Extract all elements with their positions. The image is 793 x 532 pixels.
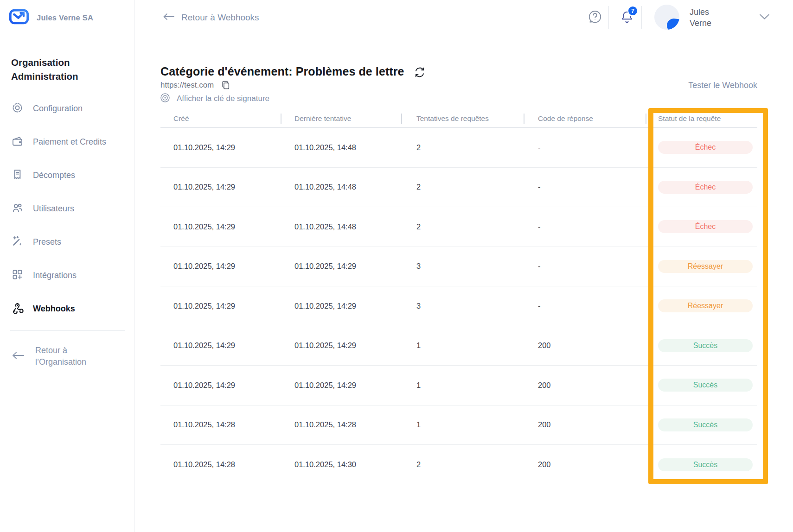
avatar-leaf-shape <box>666 18 679 30</box>
refresh-icon[interactable] <box>413 65 427 79</box>
status-badge: Succès <box>658 379 753 392</box>
column-header-response-code: Code de réponse <box>524 114 646 123</box>
webhook-attempts-table: Créé Dernière tentative Tentatives de re… <box>160 107 757 485</box>
cell-last-attempt: 01.10.2025, 14:29 <box>281 326 401 366</box>
cell-last-attempt: 01.10.2025, 14:48 <box>281 128 401 167</box>
receipt-icon <box>11 168 24 183</box>
sidebar-item-label: Décomptes <box>33 171 75 180</box>
page-title: Catégorie d'événement: Problèmes de lett… <box>160 65 404 78</box>
status-badge: Réessayer <box>658 260 753 273</box>
table-header-row: Créé Dernière tentative Tentatives de re… <box>160 107 757 128</box>
status-badge: Réessayer <box>658 299 753 312</box>
cell-created: 01.10.2025, 14:28 <box>160 445 281 485</box>
sidebar-divider <box>10 330 125 331</box>
cell-status: Échec <box>646 128 757 167</box>
status-badge: Échec <box>658 220 753 233</box>
cell-last-attempt: 01.10.2025, 14:48 <box>281 207 401 247</box>
eye-circle-icon <box>160 92 171 105</box>
sidebar-item-label: Utilisateurs <box>33 204 74 214</box>
cell-status: Échec <box>646 207 757 247</box>
topbar-divider <box>641 6 642 29</box>
table-row[interactable]: 01.10.2025, 14:29 01.10.2025, 14:48 2 - … <box>160 168 757 208</box>
cell-last-attempt: 01.10.2025, 14:48 <box>281 168 401 207</box>
status-badge: Succès <box>658 418 753 431</box>
cell-created: 01.10.2025, 14:28 <box>160 405 281 445</box>
brand-name: Jules Verne SA <box>37 13 93 22</box>
back-to-organisation-link[interactable]: Retour à l’Organisation <box>11 345 105 368</box>
sidebar-item-configuration[interactable]: Configuration <box>0 92 134 125</box>
sidebar-item-label: Configuration <box>33 104 83 114</box>
column-header-status: Statut de la requête <box>646 114 757 123</box>
user-last-name: Verne <box>690 18 711 29</box>
cell-attempts: 1 <box>401 326 524 366</box>
column-header-attempts: Tentatives de requêtes <box>401 114 524 123</box>
avatar[interactable] <box>654 5 679 30</box>
cell-response-code: - <box>524 168 646 207</box>
cell-response-code: 200 <box>524 445 646 485</box>
test-webhook-link[interactable]: Tester le Webhook <box>688 81 757 90</box>
show-signature-key-label: Afficher la clé de signature <box>177 94 269 103</box>
sidebar-item-paiement[interactable]: Paiement et Credits <box>0 125 134 158</box>
cell-attempts: 3 <box>401 247 524 286</box>
sidebar-nav: Configuration Paiement et Credits <box>0 92 134 325</box>
cell-response-code: 200 <box>524 326 646 366</box>
table-row[interactable]: 01.10.2025, 14:29 01.10.2025, 14:29 1 20… <box>160 366 757 405</box>
table-body: 01.10.2025, 14:29 01.10.2025, 14:48 2 - … <box>160 128 757 485</box>
table-row[interactable]: 01.10.2025, 14:29 01.10.2025, 14:29 1 20… <box>160 326 757 366</box>
cell-attempts: 2 <box>401 445 524 485</box>
table-row[interactable]: 01.10.2025, 14:28 01.10.2025, 14:28 1 20… <box>160 405 757 445</box>
sidebar-item-decomptes[interactable]: Décomptes <box>0 158 134 192</box>
sidebar-item-label: Intégrations <box>33 271 77 280</box>
cell-response-code: - <box>524 207 646 247</box>
gear-icon <box>11 101 24 116</box>
cell-response-code: 200 <box>524 405 646 445</box>
column-header-last-attempt: Dernière tentative <box>281 114 401 123</box>
wallet-icon <box>11 135 24 149</box>
notification-count-badge: 7 <box>627 6 638 16</box>
copy-icon[interactable] <box>220 80 231 90</box>
table-row[interactable]: 01.10.2025, 14:29 01.10.2025, 14:29 3 - … <box>160 286 757 326</box>
magic-wand-icon <box>11 235 24 249</box>
sidebar-item-utilisateurs[interactable]: Utilisateurs <box>0 192 134 225</box>
cell-status: Succès <box>646 326 757 366</box>
topbar: Retour à Webhooks 7 Jules Verne <box>134 0 793 35</box>
cell-last-attempt: 01.10.2025, 14:29 <box>281 366 401 405</box>
table-row[interactable]: 01.10.2025, 14:29 01.10.2025, 14:48 2 - … <box>160 128 757 168</box>
back-to-webhooks-label: Retour à Webhooks <box>181 13 259 23</box>
help-button[interactable] <box>587 9 603 25</box>
sidebar-item-integrations[interactable]: Intégrations <box>0 259 134 292</box>
sidebar-heading: Organisation Administration <box>11 56 104 83</box>
column-header-created: Créé <box>160 114 281 123</box>
table-row[interactable]: 01.10.2025, 14:28 01.10.2025, 14:30 2 20… <box>160 445 757 485</box>
main-content: Catégorie d'événement: Problèmes de lett… <box>134 35 793 532</box>
sidebar-item-presets[interactable]: Presets <box>0 225 134 259</box>
table-row[interactable]: 01.10.2025, 14:29 01.10.2025, 14:48 2 - … <box>160 207 757 247</box>
chevron-down-icon[interactable] <box>758 12 771 23</box>
cell-response-code: - <box>524 286 646 326</box>
cell-response-code: - <box>524 128 646 167</box>
cell-created: 01.10.2025, 14:29 <box>160 168 281 207</box>
brand: Jules Verne SA <box>8 6 93 29</box>
user-name[interactable]: Jules Verne <box>690 6 711 29</box>
status-badge: Succès <box>658 339 753 352</box>
user-first-name: Jules <box>690 6 711 18</box>
cell-created: 01.10.2025, 14:29 <box>160 326 281 366</box>
cell-status: Succès <box>646 405 757 445</box>
sidebar: Jules Verne SA Organisation Administrati… <box>0 0 134 532</box>
back-to-organisation-label: Retour à l’Organisation <box>35 345 105 368</box>
sidebar-item-label: Webhooks <box>33 304 75 314</box>
show-signature-key-link[interactable]: Afficher la clé de signature <box>160 92 269 105</box>
cell-last-attempt: 01.10.2025, 14:30 <box>281 445 401 485</box>
table-row[interactable]: 01.10.2025, 14:29 01.10.2025, 14:29 3 - … <box>160 247 757 287</box>
webhooks-admin-page: Jules Verne SA Organisation Administrati… <box>0 0 793 532</box>
back-to-webhooks-link[interactable]: Retour à Webhooks <box>162 0 259 35</box>
cell-status: Échec <box>646 168 757 207</box>
cell-attempts: 1 <box>401 405 524 445</box>
sidebar-item-webhooks[interactable]: Webhooks <box>0 292 134 325</box>
webhook-icon <box>11 302 24 316</box>
notifications-button[interactable]: 7 <box>619 10 635 25</box>
cell-status: Réessayer <box>646 247 757 286</box>
cell-created: 01.10.2025, 14:29 <box>160 366 281 405</box>
topbar-divider <box>608 6 609 29</box>
arrow-left-icon <box>162 12 175 24</box>
